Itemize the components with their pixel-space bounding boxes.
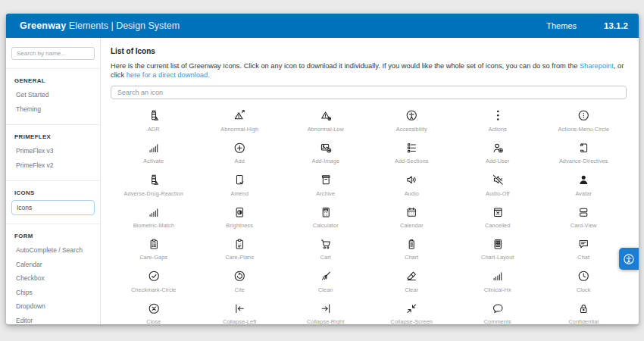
icon-cell-collapse-right[interactable]: Collapse-Right	[283, 295, 369, 324]
accessibility-widget-button[interactable]	[619, 248, 639, 270]
sidebar-item-editor[interactable]: Editor	[11, 314, 95, 325]
icon-label: Amend	[230, 190, 249, 197]
icon-cell-add-image[interactable]: Add-Image	[283, 134, 369, 166]
icon-cell-confidential[interactable]: Confidential	[541, 295, 627, 324]
icon-label: Clear	[405, 286, 418, 293]
sidebar-item-get-started[interactable]: Get Started	[11, 88, 95, 102]
icon-cell-care-plans[interactable]: Care-Plans	[197, 230, 283, 262]
sharepoint-link[interactable]: Sharepoint	[580, 62, 614, 70]
icon-cell-collapse-left[interactable]: Collapse-Left	[197, 295, 283, 324]
sidebar-section-general: GENERALGet StartedTheming	[11, 69, 95, 116]
direct-download-link[interactable]: here for a direct download.	[127, 71, 210, 79]
icon-cell-advance-directives[interactable]: Advance-Directives	[541, 134, 627, 166]
icon-cell-checkmark-circle[interactable]: Checkmark-Circle	[111, 262, 197, 294]
icon-cell-cancelled[interactable]: Cancelled	[455, 198, 541, 230]
icon-label: Actions	[488, 126, 507, 133]
sidebar-search-input[interactable]	[11, 47, 95, 60]
sidebar-item-primeflex-v3[interactable]: PrimeFlex v3	[11, 144, 95, 158]
icon-label: Add-Image	[311, 158, 339, 164]
bar-chart-icon	[492, 270, 505, 283]
icon-cell-chart-layout[interactable]: Chart-Layout	[455, 230, 541, 262]
sidebar-item-autocomplete-search[interactable]: AutoComplete / Search	[11, 243, 95, 258]
icon-label: Comments	[484, 318, 511, 324]
icon-cell-avatar[interactable]: Avatar	[541, 166, 627, 198]
sidebar-item-primeflex-v2[interactable]: PrimeFlex v2	[11, 158, 95, 173]
icon-label: Clinical-Hx	[484, 286, 511, 293]
calendar-icon	[405, 205, 418, 218]
icon-label: Abnormal-High	[220, 126, 258, 133]
icon-cell-archive[interactable]: Archive	[283, 166, 369, 198]
icon-cell-adr[interactable]: ADR	[111, 102, 197, 133]
themes-menu[interactable]: Themes	[546, 21, 577, 30]
icon-cell-clock[interactable]: Clock	[541, 262, 627, 294]
icon-label: Cite	[235, 286, 245, 293]
description-text: Here is the current list of Greenway Ico…	[111, 62, 580, 70]
icon-cell-clean[interactable]: Clean	[283, 262, 369, 294]
icon-label: Chat	[577, 254, 589, 261]
icon-label: Card-View	[571, 222, 597, 229]
icon-cell-chat[interactable]: Chat	[541, 230, 627, 262]
sidebar-item-icons[interactable]: Icons	[11, 200, 95, 215]
icon-cell-care-gaps[interactable]: Care-Gaps	[111, 230, 197, 262]
icon-cell-amend[interactable]: Amend	[197, 166, 283, 198]
icon-cell-cart[interactable]: Cart	[283, 230, 369, 262]
icon-cell-clinical-hx[interactable]: Clinical-Hx	[455, 262, 541, 294]
collapse-left-icon	[233, 302, 246, 315]
accessibility-icon	[623, 253, 635, 265]
icon-cell-add-user[interactable]: Add-User	[455, 134, 541, 166]
list-sections-icon	[405, 142, 418, 155]
icon-cell-actions[interactable]: Actions	[455, 102, 541, 133]
icon-label: Advance-Directives	[559, 158, 608, 164]
lock-icon	[577, 302, 590, 315]
icon-label: Add	[235, 158, 245, 164]
icon-label: Biometric-Match	[133, 222, 174, 229]
icon-cell-chart[interactable]: Chart	[369, 230, 455, 262]
sidebar-section-icons: ICONSIcons	[11, 181, 95, 215]
icon-label: Cancelled	[485, 222, 510, 229]
icon-cell-abnormal-high[interactable]: Abnormal-High	[197, 102, 283, 133]
scroll-icon	[577, 142, 590, 155]
sidebar-item-dropdown[interactable]: Dropdown	[11, 299, 95, 314]
icon-cell-close[interactable]: Close	[111, 295, 197, 324]
icon-label: Cart	[320, 254, 331, 261]
icon-cell-adverse-drug-reaction[interactable]: Adverse-Drug-Reaction	[111, 166, 197, 198]
icon-cell-comments[interactable]: Comments	[455, 295, 541, 324]
icon-label: Avatar	[575, 190, 592, 197]
icon-cell-cite[interactable]: Cite	[197, 262, 283, 294]
icon-cell-calculator[interactable]: Calculator	[283, 198, 369, 230]
icon-label: Accessibility	[396, 126, 427, 133]
icon-cell-calendar[interactable]: Calendar	[369, 198, 455, 230]
icon-cell-activate[interactable]: Activate	[111, 134, 197, 166]
calculator-icon	[320, 205, 333, 218]
icon-cell-add-sections[interactable]: Add-Sections	[369, 134, 455, 166]
icon-cell-collapse-screen[interactable]: Collapse-Screen	[369, 295, 455, 324]
icon-cell-add[interactable]: Add	[197, 134, 283, 166]
icon-label: Abnormal-Low	[308, 126, 344, 133]
image-plus-icon	[320, 142, 333, 155]
icon-label: Add-Sections	[395, 158, 429, 164]
sidebar-item-checkbox[interactable]: Checkbox	[11, 271, 95, 286]
kebab-menu-icon	[492, 109, 505, 122]
icon-search-input[interactable]	[111, 86, 627, 99]
icon-cell-accessibility[interactable]: Accessibility	[369, 102, 455, 133]
app-window: Greenway Elements | Design System Themes…	[6, 14, 639, 324]
icon-label: Actions-Menu-Circle	[558, 126, 609, 133]
sidebar-item-calendar[interactable]: Calendar	[11, 258, 95, 272]
page-description: Here is the current list of Greenway Ico…	[111, 62, 627, 80]
sidebar-item-theming[interactable]: Theming	[11, 102, 95, 117]
page-title: List of Icons	[111, 47, 627, 55]
sidebar-item-chips[interactable]: Chips	[11, 286, 95, 300]
main-content: List of Icons Here is the current list o…	[101, 38, 639, 324]
icon-cell-actions-menu-circle[interactable]: Actions-Menu-Circle	[541, 102, 627, 133]
icon-cell-brightness[interactable]: Brightness	[197, 198, 283, 230]
icon-label: Add-User	[486, 158, 510, 164]
icon-cell-abnormal-low[interactable]: Abnormal-Low	[283, 102, 369, 133]
icon-cell-audio-off[interactable]: Audio-Off	[455, 166, 541, 198]
check-circle-icon	[148, 270, 161, 283]
icon-cell-card-view[interactable]: Card-View	[541, 198, 627, 230]
icon-cell-clear[interactable]: Clear	[369, 262, 455, 294]
icon-label: Checkmark-Circle	[131, 286, 177, 293]
warning-triangle-up-icon	[233, 109, 246, 122]
icon-cell-biometric-match[interactable]: Biometric-Match	[111, 198, 197, 230]
icon-cell-audio[interactable]: Audio	[369, 166, 455, 198]
